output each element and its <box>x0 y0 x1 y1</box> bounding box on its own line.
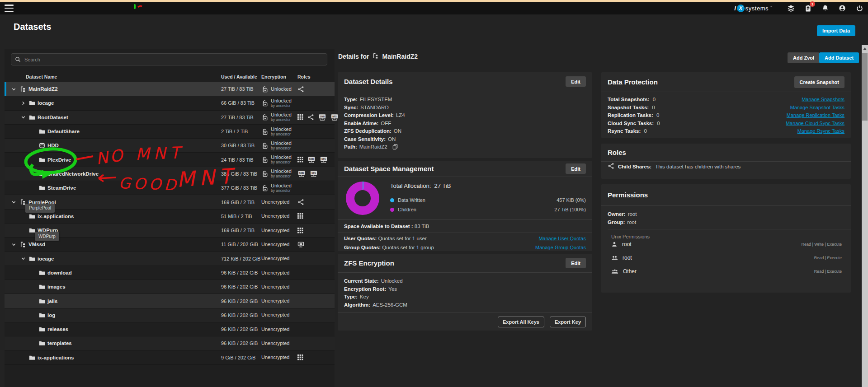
zfs-edit-button[interactable]: Edit <box>566 258 586 268</box>
link-manage-snapshot-tasks[interactable]: Manage Snapshot Tasks <box>790 105 844 110</box>
expander-down-icon[interactable] <box>10 199 17 206</box>
encryption-state: Unlockedby ancestor <box>261 181 292 195</box>
account-person-icon[interactable] <box>837 3 847 13</box>
dataset-row-images[interactable]: images96 KiB / 202 GiBUnencrypted <box>5 280 335 294</box>
user-quotas-row: User Quotas: Quotas set for 1 user Manag… <box>338 235 592 242</box>
scrollbar-thumb[interactable] <box>862 53 868 121</box>
manage-user-quotas-link[interactable]: Manage User Quotas <box>538 236 586 241</box>
dataset-row-steamdrive[interactable]: SteamDrive377 GiB / 83 TiBUnlockedby anc… <box>5 181 335 195</box>
dataset-row-jails[interactable]: jails96 KiB / 202 GiBUnencrypted <box>5 294 335 308</box>
roles-icons <box>297 351 303 364</box>
dataset-row-log[interactable]: log96 KiB / 202 GiBUnencrypted <box>5 308 335 322</box>
dataset-row-hdd[interactable]: HDD30 GiB / 83 TiBUnlockedby ancestor <box>5 139 335 153</box>
dataset-name-label: SteamDrive <box>47 185 76 191</box>
svg-text:SMB: SMB <box>299 172 304 174</box>
expander-down-icon[interactable] <box>10 241 17 248</box>
dataset-row-templates[interactable]: templates96 KiB / 202 GiBUnencrypted <box>5 336 335 350</box>
expander-right-icon[interactable] <box>19 99 27 107</box>
zfs-title: ZFS Encryption <box>344 259 394 267</box>
expander-right-icon[interactable] <box>29 170 37 177</box>
encryption-state: Unencrypted <box>261 238 289 251</box>
space-edit-button[interactable]: Edit <box>566 163 586 174</box>
export-key-button[interactable]: Export Key <box>550 317 586 327</box>
smb-role-icon: SMB <box>307 156 316 163</box>
dataset-details-edit-button[interactable]: Edit <box>566 76 586 87</box>
add-zvol-button[interactable]: Add Zvol <box>788 52 820 63</box>
link-manage-rsync-tasks[interactable]: Manage Rsync Tasks <box>797 128 844 134</box>
folder-icon <box>29 227 35 233</box>
link-manage-replication-tasks[interactable]: Manage Replication Tasks <box>787 112 844 118</box>
used-available-value: 9 GiB / 202 GiB <box>221 351 255 364</box>
dataset-row-plexdrive[interactable]: PlexDrive24 TiB / 83 TiBUnlockedby ances… <box>5 153 335 167</box>
dataset-tree: MainRaidZ227 TiB / 83 TiBUnlockediocage6… <box>5 82 335 365</box>
alerts-bell-icon[interactable] <box>820 3 830 13</box>
dataset-row-mainraidz2[interactable]: MainRaidZ227 TiB / 83 TiBUnlocked <box>5 82 335 96</box>
dp-row-replicationtasks: Replication Tasks: 0Manage Replication T… <box>608 112 844 118</box>
truecommand-status-icon[interactable] <box>786 3 796 13</box>
logo-x-disc: X <box>737 5 745 12</box>
dataset-row-sharednetworkdrive[interactable]: SharedNetworkDrive386 GiB / 83 TiBUnlock… <box>5 167 335 181</box>
unlocked-padlock-icon <box>261 185 268 191</box>
smb-role-icon: SMB <box>318 114 326 121</box>
space-management-card: Dataset Space Management Edit Total Allo… <box>338 161 592 251</box>
ixsystems-logo: i X systems ™ <box>734 5 772 12</box>
search-input[interactable] <box>24 56 323 63</box>
dataset-row-releases[interactable]: releases96 KiB / 202 GiBUnencrypted <box>5 322 335 336</box>
used-available-value: 24 TiB / 83 TiB <box>221 153 254 166</box>
add-dataset-button[interactable]: Add Dataset <box>819 52 859 63</box>
dataset-row-vmssd[interactable]: VMssd11 GiB / 202 GiBUnencryptedWDPurp <box>5 238 335 252</box>
users-icon <box>611 255 618 261</box>
expander-down-icon[interactable] <box>10 85 17 93</box>
perm-row-other: OtherRead | Execute <box>611 268 844 275</box>
used-available-value: 712 KiB / 202 GiB <box>221 252 260 266</box>
dataset-row-iocage[interactable]: iocage712 KiB / 202 GiBUnencrypted <box>5 252 335 266</box>
dataset-name-label: log <box>47 312 55 318</box>
page-scrollbar[interactable] <box>862 45 868 387</box>
dataset-row-ix-applications[interactable]: ix-applications51 MiB / 2 TiBUnencrypted… <box>5 210 335 224</box>
hover-tooltip: WDPurp <box>35 232 59 241</box>
dataset-row-iocage[interactable]: iocage66 GiB / 83 TiBUnlockedby ancestor <box>5 96 335 110</box>
link-manage-snapshots[interactable]: Manage Snapshots <box>802 97 844 102</box>
dataset-row-download[interactable]: download96 KiB / 202 GiBUnencrypted <box>5 266 335 280</box>
dataset-row-rootdataset[interactable]: RootDataset27 TiB / 83 TiBUnlockedby anc… <box>5 111 335 125</box>
create-snapshot-button[interactable]: Create Snapshot <box>794 76 844 88</box>
expander-down-icon[interactable] <box>19 114 27 121</box>
encryption-state: Unlockedby ancestor <box>261 125 292 138</box>
dataset-row-ix-applications[interactable]: ix-applications9 GiB / 202 GiBUnencrypte… <box>5 351 335 365</box>
share-role-icon <box>297 199 304 205</box>
detail-field-casesensitivity: Case Sensitivity: ON <box>344 136 586 142</box>
group-quotas-row: Group Quotas: Quotas set for 1 group Man… <box>338 244 592 251</box>
folder-icon <box>29 100 35 106</box>
search-box[interactable] <box>11 53 327 65</box>
used-available-value: 96 KiB / 202 GiB <box>221 294 258 308</box>
logo-trademark: ™ <box>769 5 772 8</box>
column-roles: Roles <box>297 74 311 79</box>
export-all-keys-button[interactable]: Export All Keys <box>498 317 544 327</box>
power-icon[interactable] <box>854 3 864 13</box>
import-data-button[interactable]: Import Data <box>817 25 855 36</box>
dataset-details-card: Dataset Details Edit Type: FILESYSTEMSyn… <box>338 72 592 158</box>
scrollbar-up-arrow[interactable] <box>863 47 867 50</box>
expander-down-icon[interactable] <box>19 255 27 262</box>
manage-group-quotas-link[interactable]: Manage Group Quotas <box>535 245 586 250</box>
permissions-title: Permissions <box>608 191 648 199</box>
dp-row-cloudsynctasks: Cloud Sync Tasks: 0Manage Cloud Sync Tas… <box>608 121 844 126</box>
logo-text: systems <box>745 5 769 12</box>
roles-icons: SMBNFS <box>297 111 339 124</box>
used-available-value: 169 GiB / 2 TiB <box>221 224 255 237</box>
folder-icon <box>39 326 45 332</box>
encryption-state: Unlockedby ancestor <box>261 139 292 152</box>
perm-row-root: rootRead | Execute <box>611 255 844 261</box>
unlocked-padlock-icon <box>261 156 268 163</box>
link-manage-cloud-sync-tasks[interactable]: Manage Cloud Sync Tasks <box>786 121 844 126</box>
used-available-value: 96 KiB / 202 GiB <box>221 280 258 294</box>
menu-hamburger-icon[interactable] <box>5 5 14 12</box>
details-dataset-name: MainRaidZ2 <box>382 53 418 60</box>
dataset-row-defaultshare[interactable]: DefaultShare2 TiB / 2 TiBUnlockedby ance… <box>5 125 335 139</box>
encryption-state: Unlocked <box>261 82 292 96</box>
encryption-state: Unlockedby ancestor <box>261 96 292 110</box>
copy-path-icon[interactable] <box>392 144 398 149</box>
share-icon <box>608 163 614 170</box>
apps-role-icon <box>297 228 303 233</box>
jobs-clipboard-icon[interactable]: 1 <box>803 3 813 13</box>
